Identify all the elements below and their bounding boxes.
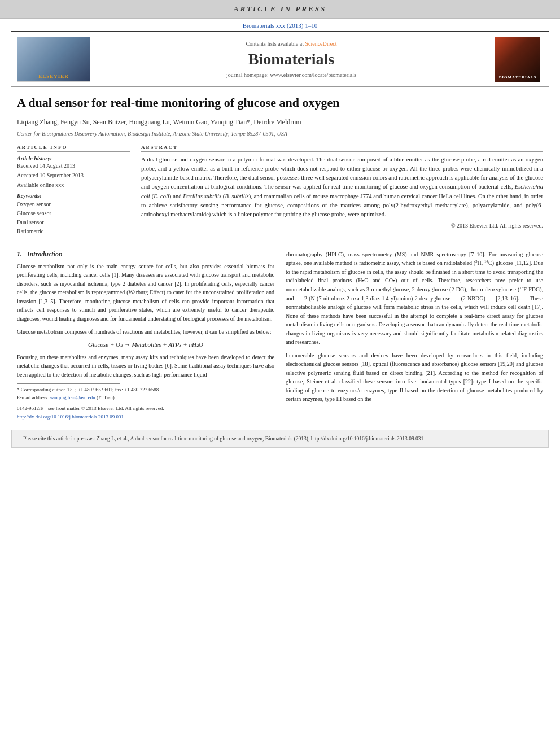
doi-line: http://dx.doi.org/10.1016/j.biomaterials… [17, 414, 274, 420]
article-info-abstract-section: ARTICLE INFO Article history: Received 1… [17, 145, 543, 236]
page-wrapper: ARTICLE IN PRESS Biomaterials xxx (2013)… [0, 0, 560, 747]
keyword-glucose: Glucose sensor [17, 209, 130, 218]
journal-header: ELSEVIER Contents lists available at Sci… [11, 31, 549, 87]
article-title: A dual sensor for real-time monitoring o… [17, 95, 543, 111]
section-label: Introduction [27, 250, 63, 258]
section-divider [17, 243, 543, 243]
citation-bar: Please cite this article in press as: Zh… [11, 430, 549, 448]
journal-center: Contents lists available at ScienceDirec… [90, 41, 492, 78]
affiliation: Center for Biosignatures Discovery Autom… [17, 130, 543, 137]
keyword-oxygen: Oxygen sensor [17, 200, 130, 209]
keyword-dual: Dual sensor [17, 218, 130, 227]
article-in-press-banner: ARTICLE IN PRESS [0, 0, 560, 19]
journal-title: Biomaterials [90, 50, 492, 68]
contents-text: Contents lists available at [246, 41, 303, 47]
elsevier-label: ELSEVIER [38, 73, 69, 79]
body-right-column: chromatography (HPLC), mass spectrometry… [286, 250, 543, 420]
license-text: 0142-9612/$ – see front matter © 2013 El… [17, 405, 274, 413]
abstract-header: ABSTRACT [141, 145, 543, 152]
contents-line: Contents lists available at ScienceDirec… [90, 41, 492, 47]
email-label: E-mail address: [17, 395, 49, 400]
available-online: Available online xxx [17, 182, 130, 188]
elsevier-logo-box: ELSEVIER [17, 37, 90, 82]
journal-homepage: journal homepage: www.elsevier.com/locat… [90, 72, 492, 78]
section-number: 1. [17, 250, 22, 258]
doi-link[interactable]: http://dx.doi.org/10.1016/j.biomaterials… [17, 414, 124, 420]
biomaterials-thumbnail: Biomaterials [495, 37, 540, 82]
abstract-text: A dual glucose and oxygen sensor in a po… [141, 155, 543, 220]
email-person: (Y. Tian) [97, 395, 115, 400]
intro-section-title: 1. Introduction [17, 250, 274, 259]
journal-ref-text: Biomaterials xxx (2013) 1–10 [243, 22, 317, 29]
footnote-star: * Corresponding author. Tel.; +1 480 965… [17, 386, 274, 394]
journal-reference: Biomaterials xxx (2013) 1–10 [0, 19, 560, 31]
received-date: Received 14 August 2013 [17, 163, 130, 169]
keyword-ratiometric: Ratiometric [17, 227, 130, 236]
copyright-line: © 2013 Elsevier Ltd. All rights reserved… [141, 222, 543, 229]
citation-text: Please cite this article in press as: Zh… [23, 436, 423, 442]
intro-paragraph2: Glucose metabolism composes of hundreds … [17, 327, 274, 337]
body-two-col: 1. Introduction Glucose metabolism not o… [17, 250, 543, 420]
footnote-email-line: E-mail address: yanqing.tian@asu.edu (Y.… [17, 394, 274, 402]
abstract-column: ABSTRACT A dual glucose and oxygen senso… [141, 145, 543, 236]
keywords-label: Keywords: [17, 193, 130, 199]
authors-line: Liqiang Zhang, Fengyu Su, Sean Buizer, H… [17, 117, 543, 127]
body-left-column: 1. Introduction Glucose metabolism not o… [17, 250, 274, 420]
main-content: A dual sensor for real-time monitoring o… [0, 87, 560, 425]
biomaterials-logo-area: Biomaterials [492, 37, 543, 82]
biomaterials-thumb-label: Biomaterials [499, 75, 537, 80]
history-label: Article history: [17, 155, 130, 161]
elsevier-logo-area: ELSEVIER [17, 37, 90, 82]
accepted-date: Accepted 10 September 2013 [17, 172, 130, 178]
article-info-column: ARTICLE INFO Article history: Received 1… [17, 145, 130, 236]
footnote-divider [17, 383, 120, 384]
intro-paragraph1: Glucose metabolism not only is the main … [17, 262, 274, 324]
article-info-header: ARTICLE INFO [17, 145, 130, 152]
sciencedirect-link[interactable]: ScienceDirect [305, 41, 336, 47]
banner-text: ARTICLE IN PRESS [234, 5, 326, 13]
right-paragraph1: chromatography (HPLC), mass spectrometry… [286, 250, 543, 347]
authors-text: Liqiang Zhang, Fengyu Su, Sean Buizer, H… [17, 118, 301, 126]
right-paragraph2: Innumerable glucose sensors and devices … [286, 351, 543, 404]
formula: Glucose + O₂ → Metabolites + ATPs + nH₂O [17, 341, 274, 348]
intro-paragraph3: Focusing on these metabolites and enzyme… [17, 353, 274, 379]
email-link[interactable]: yanqing.tian@asu.edu [50, 395, 95, 400]
